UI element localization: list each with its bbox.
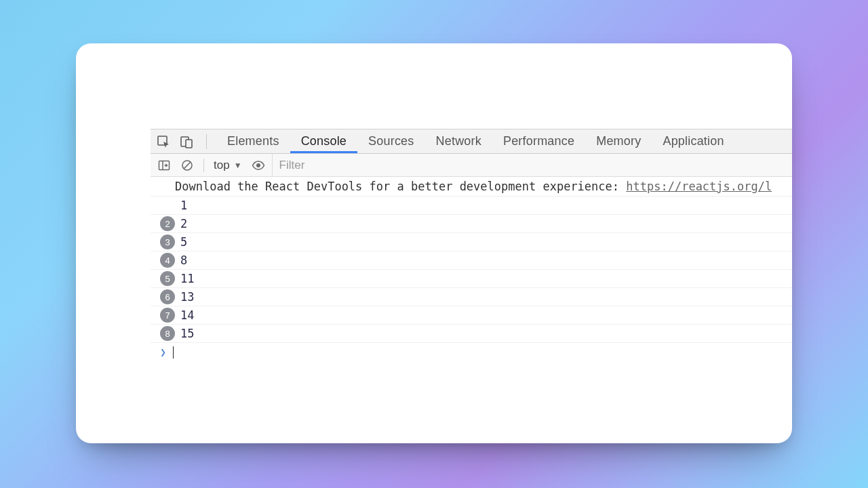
separator	[203, 159, 204, 172]
devtools-tabbar: Elements Console Sources Network Perform…	[151, 129, 792, 154]
console-log-row: 714	[151, 306, 792, 325]
repeat-count-badge: 7	[160, 308, 175, 323]
svg-rect-2	[186, 140, 192, 148]
info-text: Download the React DevTools for a better…	[175, 180, 626, 193]
repeat-count-badge: 5	[160, 271, 175, 286]
input-caret	[173, 346, 174, 359]
console-messages: Download the React DevTools for a better…	[151, 177, 792, 361]
live-expression-icon[interactable]	[252, 159, 265, 172]
clear-console-icon[interactable]	[180, 159, 194, 172]
repeat-count-badge: 6	[160, 289, 175, 304]
context-selector[interactable]: top ▼	[214, 159, 242, 172]
repeat-count-badge: 4	[160, 253, 175, 268]
tab-sources[interactable]: Sources	[357, 129, 425, 153]
tab-memory[interactable]: Memory	[585, 129, 652, 153]
log-value: 13	[180, 290, 194, 304]
repeat-count-badge: 2	[160, 216, 175, 231]
log-value: 1	[180, 199, 187, 212]
console-info-message: Download the React DevTools for a better…	[151, 177, 792, 197]
info-link[interactable]: https://reactjs.org/l	[626, 180, 772, 193]
console-log-row: 22	[151, 215, 792, 233]
repeat-count-badge: 3	[160, 235, 175, 249]
inspect-icon[interactable]	[156, 134, 171, 149]
log-value: 5	[180, 235, 187, 249]
tab-application[interactable]: Application	[652, 129, 734, 153]
filter-input[interactable]	[273, 154, 792, 176]
console-log-row: 35	[151, 233, 792, 251]
sidebar-toggle-icon[interactable]	[157, 159, 171, 172]
console-toolbar: top ▼	[151, 154, 792, 177]
device-toggle-icon[interactable]	[179, 134, 194, 149]
svg-point-5	[256, 163, 260, 167]
console-log-row: 511	[151, 270, 792, 288]
repeat-count-badge: 8	[160, 326, 175, 341]
console-log-row: 815	[151, 325, 792, 343]
tab-console[interactable]: Console	[290, 129, 357, 153]
log-value: 11	[180, 272, 194, 285]
log-value: 8	[180, 253, 187, 267]
log-value: 15	[180, 327, 194, 340]
log-value: 2	[180, 217, 187, 230]
console-prompt[interactable]: ❯	[151, 343, 792, 361]
browser-window: Elements Console Sources Network Perform…	[76, 43, 792, 443]
tab-performance[interactable]: Performance	[492, 129, 585, 153]
chevron-down-icon: ▼	[234, 161, 242, 170]
context-label: top	[214, 159, 230, 172]
tab-elements[interactable]: Elements	[216, 129, 290, 153]
log-value: 14	[180, 308, 194, 322]
console-log-row: 48	[151, 251, 792, 270]
devtools-panel: Elements Console Sources Network Perform…	[151, 129, 792, 361]
console-log-row: 613	[151, 288, 792, 306]
prompt-chevron-icon: ❯	[160, 346, 166, 359]
separator	[206, 134, 207, 149]
console-log-row: 1	[151, 197, 792, 215]
tab-network[interactable]: Network	[425, 129, 492, 153]
